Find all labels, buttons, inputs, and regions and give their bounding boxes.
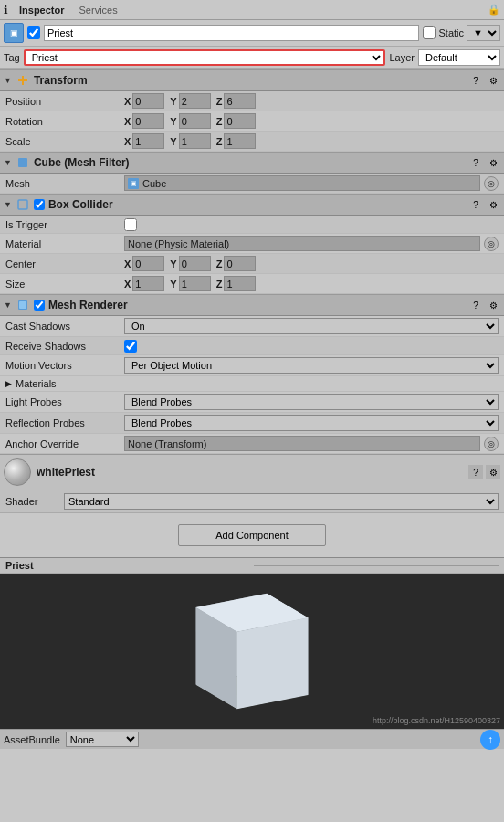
receive-shadows-checkbox[interactable] [124,340,137,353]
center-y-input[interactable] [179,256,211,271]
material-header: whitePriest ? ⚙ [0,455,504,490]
collider-material-select-btn[interactable]: ◎ [484,237,499,251]
mesh-filter-help-btn[interactable]: ? [468,155,483,170]
mesh-renderer-help-btn[interactable]: ? [468,298,483,312]
center-y-label: Y [170,258,176,269]
anchor-override-field: None (Transform) [124,436,480,451]
motion-vectors-label: Motion Vectors [5,360,124,371]
position-y-input[interactable] [179,93,211,109]
preview-label: Priest [5,560,250,571]
position-x-item: X [124,93,164,109]
motion-vectors-dropdown[interactable]: Per Object Motion [124,357,499,374]
upload-icon[interactable]: ↑ [480,730,500,750]
scale-row: Scale X Y Z [0,132,504,152]
mesh-renderer-settings-btn[interactable]: ⚙ [486,298,500,312]
transform-help-btn[interactable]: ? [468,73,483,88]
scale-z-item: Z [216,133,257,149]
light-probes-dropdown[interactable]: Blend Probes [124,394,499,410]
position-z-input[interactable] [224,93,256,109]
preview-divider-line [254,565,499,566]
cube-face-front [237,617,309,709]
scale-y-label: Y [170,136,176,147]
tag-layer-row: Tag Priest Layer Default [0,47,504,69]
is-trigger-checkbox[interactable] [124,218,137,231]
center-z-input[interactable] [224,256,256,271]
materials-chevron: ▶ [5,379,12,388]
tab-inspector[interactable]: Inspector [12,3,72,17]
center-x-item: X [124,256,164,271]
rotation-xyz: X Y Z [124,113,499,129]
reflection-probes-row: Reflection Probes Blend Probes [0,413,504,434]
mesh-select-btn[interactable]: ◎ [484,176,499,191]
scale-x-input[interactable] [132,133,164,149]
box-collider-enabled-checkbox[interactable] [34,199,45,210]
position-xyz: X Y Z [124,93,499,109]
assetbundle-label: AssetBundle [4,734,60,745]
mesh-filter-chevron: ▼ [4,158,12,167]
header-bar: ℹ Inspector Services 🔒 [0,0,504,20]
shader-dropdown[interactable]: Standard [64,493,499,510]
transform-actions: ? ⚙ [468,73,500,88]
center-y-item: Y [170,256,210,271]
materials-label: Materials [16,378,57,389]
rotation-z-label: Z [216,116,223,127]
rotation-y-label: Y [170,116,176,127]
center-xyz: X Y Z [124,256,499,271]
tab-services[interactable]: Services [72,3,125,17]
lock-icon[interactable]: 🔒 [488,4,500,16]
center-z-label: Z [216,258,223,269]
position-x-input[interactable] [132,93,164,109]
receive-shadows-label: Receive Shadows [5,341,124,352]
rotation-x-input[interactable] [132,113,164,129]
scale-y-input[interactable] [179,133,211,149]
preview-canvas: http://blog.csdn.net/H12590400327 [0,574,504,729]
add-component-button[interactable]: Add Component [178,524,326,546]
rotation-y-input[interactable] [179,113,211,129]
cast-shadows-dropdown[interactable]: On [124,318,499,334]
size-xyz: X Y Z [124,276,499,291]
material-preview-sphere [4,458,31,486]
tag-label: Tag [4,52,20,63]
anchor-override-row: Anchor Override None (Transform) ◎ [0,434,504,454]
motion-vectors-row: Motion Vectors Per Object Motion [0,355,504,376]
box-collider-settings-btn[interactable]: ⚙ [486,197,500,212]
size-y-input[interactable] [179,276,211,291]
rotation-x-item: X [124,113,164,129]
reflection-probes-dropdown[interactable]: Blend Probes [124,415,499,431]
size-x-input[interactable] [132,276,164,291]
materials-row[interactable]: ▶ Materials [0,376,504,392]
rotation-z-input[interactable] [224,113,256,129]
tag-dropdown[interactable]: Priest [24,49,386,66]
layer-dropdown[interactable]: Default [418,49,500,66]
mesh-renderer-section-header[interactable]: ▼ Mesh Renderer ? ⚙ [0,294,504,316]
assetbundle-dropdown[interactable]: None [66,732,139,747]
mesh-filter-settings-btn[interactable]: ⚙ [486,155,500,170]
transform-settings-btn[interactable]: ⚙ [486,73,500,88]
mesh-renderer-enabled-checkbox[interactable] [34,300,45,311]
position-x-label: X [124,96,131,107]
size-z-input[interactable] [224,276,256,291]
static-label: Static [438,27,464,38]
object-active-checkbox[interactable] [27,26,40,39]
collider-material-name: None (Physic Material) [128,238,229,249]
object-name-input[interactable] [44,25,419,41]
reflection-probes-value: Blend Probes [124,415,499,431]
scale-xyz: X Y Z [124,133,499,149]
cast-shadows-label: Cast Shadows [5,321,124,332]
center-x-input[interactable] [132,256,164,271]
anchor-override-label: Anchor Override [5,438,124,449]
mesh-renderer-actions: ? ⚙ [468,298,500,312]
transform-section-header[interactable]: ▼ Transform ? ⚙ [0,69,504,91]
material-help-btn[interactable]: ? [468,465,483,480]
mesh-filter-section-header[interactable]: ▼ Cube (Mesh Filter) ? ⚙ [0,152,504,174]
static-checkbox[interactable] [423,26,436,39]
box-collider-section-header[interactable]: ▼ Box Collider ? ⚙ [0,194,504,216]
is-trigger-label: Is Trigger [5,219,124,230]
static-dropdown[interactable]: ▼ [467,25,500,41]
anchor-override-select-btn[interactable]: ◎ [484,437,499,451]
scale-z-input[interactable] [224,133,256,149]
svg-rect-3 [19,301,26,309]
box-collider-help-btn[interactable]: ? [468,197,483,212]
material-settings-btn[interactable]: ⚙ [486,465,500,480]
mesh-row: Mesh ▣ Cube ◎ [0,174,504,194]
